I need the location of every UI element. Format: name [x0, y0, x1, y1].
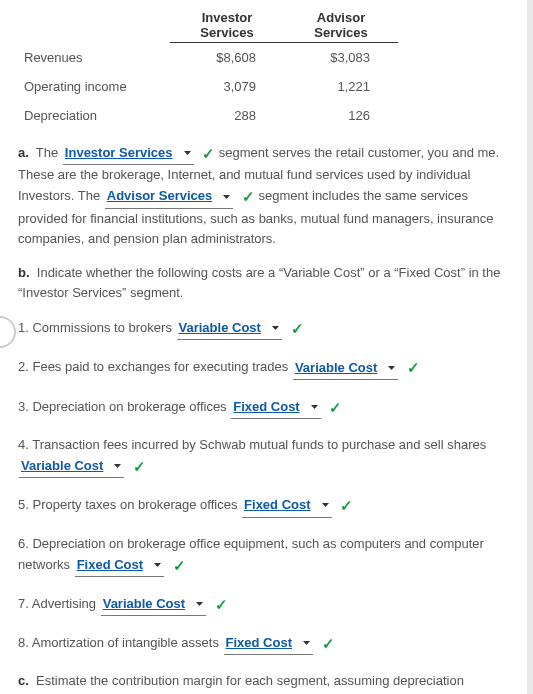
- table-row: Depreciation288126: [18, 101, 398, 130]
- check-icon: ✓: [329, 396, 342, 419]
- chevron-down-icon: [310, 403, 319, 412]
- part-b-intro: b. Indicate whether the following costs …: [18, 263, 509, 303]
- row-label: Depreciation: [18, 101, 170, 130]
- row-label: Operating income: [18, 72, 170, 101]
- question-number: 8.: [18, 635, 32, 650]
- dropdown-cost-type-1[interactable]: Variable Cost: [177, 318, 282, 340]
- question-number: 7.: [18, 596, 32, 611]
- part-a: a. The Investor Services ✓ segment serve…: [18, 142, 509, 249]
- question-number: 3.: [18, 399, 32, 414]
- check-icon: ✓: [173, 554, 186, 577]
- question-line: 3. Depreciation on brokerage offices Fix…: [18, 396, 509, 419]
- question-text: Advertising: [32, 596, 100, 611]
- question-text: Depreciation on brokerage offices: [32, 399, 230, 414]
- chevron-down-icon: [113, 462, 122, 471]
- check-icon: ✓: [242, 185, 255, 208]
- dropdown-cost-type-5[interactable]: Fixed Cost: [242, 495, 331, 517]
- dropdown-cost-type-4[interactable]: Variable Cost: [19, 456, 124, 478]
- check-icon: ✓: [133, 455, 146, 478]
- chevron-down-icon: [387, 364, 396, 373]
- dropdown-cost-type-7[interactable]: Variable Cost: [101, 594, 206, 616]
- question-line: 7. Advertising Variable Cost ✓: [18, 593, 509, 616]
- question-line: 1. Commissions to brokers Variable Cost …: [18, 317, 509, 340]
- question-number: 5.: [18, 497, 32, 512]
- question-number: 2.: [18, 360, 32, 375]
- question-line: 2. Fees paid to exchanges for executing …: [18, 356, 509, 379]
- chevron-down-icon: [222, 193, 231, 202]
- dropdown-cost-type-8[interactable]: Fixed Cost: [224, 633, 313, 655]
- th-advisor: AdvisorServices: [284, 8, 398, 43]
- question-text: Transaction fees incurred by Schwab mutu…: [32, 437, 486, 452]
- question-text: Fees paid to exchanges for executing tra…: [32, 360, 291, 375]
- question-text: Property taxes on brokerage offices: [32, 497, 241, 512]
- check-icon: ✓: [340, 494, 353, 517]
- cell-investor: $8,608: [170, 43, 284, 73]
- table-row: Revenues$8,608$3,083: [18, 43, 398, 73]
- chevron-down-icon: [271, 324, 280, 333]
- dropdown-cost-type-3[interactable]: Fixed Cost: [231, 397, 320, 419]
- dropdown-cost-type-6[interactable]: Fixed Cost: [75, 555, 164, 577]
- check-icon: ✓: [202, 142, 215, 165]
- question-line: 4. Transaction fees incurred by Schwab m…: [18, 435, 509, 478]
- check-icon: ✓: [322, 632, 335, 655]
- question-text: Amortization of intangible assets: [32, 635, 223, 650]
- th-investor: InvestorServices: [170, 8, 284, 43]
- cell-advisor: $3,083: [284, 43, 398, 73]
- question-number: 1.: [18, 320, 32, 335]
- part-c: c. Estimate the contribution margin for …: [18, 671, 509, 694]
- question-line: 5. Property taxes on brokerage offices F…: [18, 494, 509, 517]
- check-icon: ✓: [291, 317, 304, 340]
- table-row: Operating income3,0791,221: [18, 72, 398, 101]
- dropdown-cost-type-2[interactable]: Variable Cost: [293, 358, 398, 380]
- chevron-down-icon: [302, 639, 311, 648]
- chevron-down-icon: [321, 501, 330, 510]
- check-icon: ✓: [215, 593, 228, 616]
- question-line: 8. Amortization of intangible assets Fix…: [18, 632, 509, 655]
- cell-advisor: 126: [284, 101, 398, 130]
- dropdown-segment-advisor[interactable]: Advisor Services: [105, 186, 234, 208]
- chevron-down-icon: [183, 149, 192, 158]
- question-number: 6.: [18, 536, 32, 551]
- cell-advisor: 1,221: [284, 72, 398, 101]
- row-label: Revenues: [18, 43, 170, 73]
- dropdown-segment-investor[interactable]: Investor Services: [63, 143, 194, 165]
- segment-table: InvestorServices AdvisorServices Revenue…: [18, 8, 398, 130]
- question-number: 4.: [18, 437, 32, 452]
- question-text: Commissions to brokers: [32, 320, 175, 335]
- cell-investor: 3,079: [170, 72, 284, 101]
- check-icon: ✓: [407, 356, 420, 379]
- cell-investor: 288: [170, 101, 284, 130]
- chevron-down-icon: [153, 561, 162, 570]
- chevron-down-icon: [195, 600, 204, 609]
- question-line: 6. Depreciation on brokerage office equi…: [18, 534, 509, 577]
